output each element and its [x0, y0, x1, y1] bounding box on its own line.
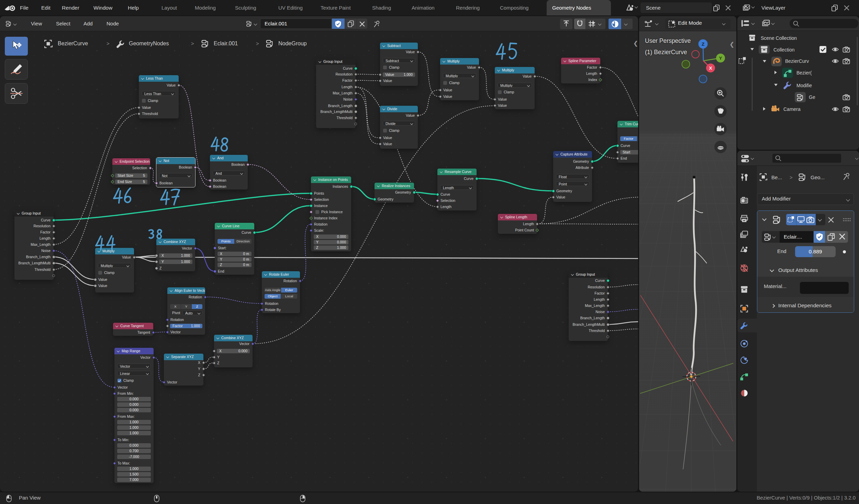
svg-text:Z: Z — [702, 42, 704, 47]
svg-text:X: X — [709, 66, 712, 71]
svg-text:Y: Y — [719, 56, 722, 61]
